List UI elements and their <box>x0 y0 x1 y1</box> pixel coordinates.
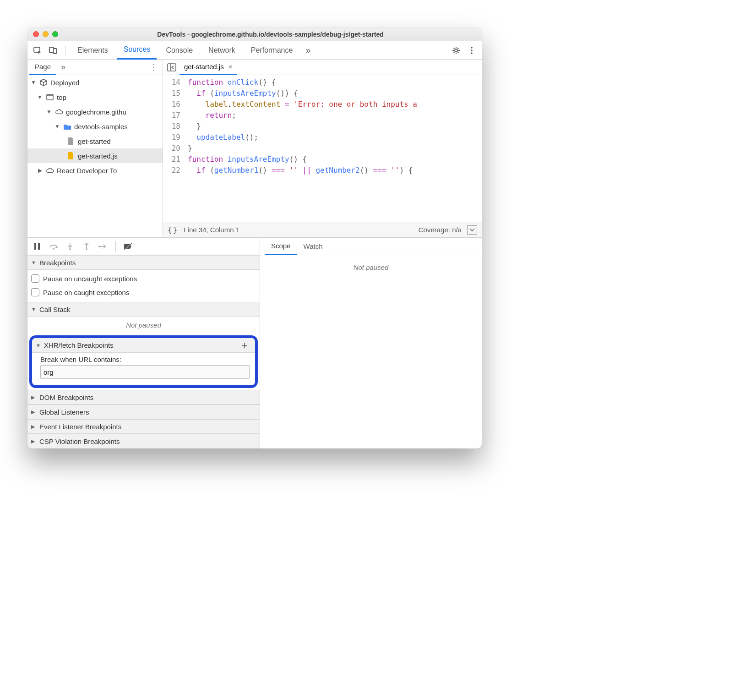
pretty-print-icon[interactable]: {} <box>168 225 178 234</box>
callstack-section[interactable]: ▼Call Stack <box>27 302 260 317</box>
main-tabbar: Elements Sources Console Network Perform… <box>27 41 482 60</box>
code-content: function onClick() { if (inputsAreEmpty(… <box>185 75 482 222</box>
pause-button[interactable] <box>31 241 43 252</box>
section-title: DOM Breakpoints <box>39 394 93 401</box>
tab-sources[interactable]: Sources <box>117 41 157 60</box>
inspect-icon[interactable] <box>31 44 44 57</box>
tree-item-deployed[interactable]: ▼ Deployed <box>27 75 163 90</box>
js-file-icon <box>67 152 75 160</box>
sources-body: Page » ⋮ ▼ Deployed ▼ top ▼ <box>27 60 482 237</box>
settings-gear-icon[interactable] <box>450 44 462 57</box>
svg-point-13 <box>53 248 54 250</box>
cloud-icon <box>55 108 63 116</box>
pause-uncaught-checkbox[interactable]: Pause on uncaught exceptions <box>31 272 256 285</box>
checkbox-label: Pause on uncaught exceptions <box>43 275 137 283</box>
callstack-body: Not paused <box>27 317 260 334</box>
svg-point-6 <box>471 52 473 54</box>
cursor-position: Line 34, Column 1 <box>184 226 239 234</box>
kebab-menu-icon[interactable] <box>465 44 478 57</box>
tab-performance[interactable]: Performance <box>245 41 299 60</box>
tab-watch[interactable]: Watch <box>297 238 329 255</box>
svg-point-3 <box>455 49 457 52</box>
device-toolbar-icon[interactable] <box>47 44 60 57</box>
debug-panel: ▼Breakpoints Pause on uncaught exception… <box>27 238 260 448</box>
step-button[interactable] <box>97 241 109 252</box>
tree-label: top <box>57 93 66 101</box>
separator <box>65 45 65 55</box>
xhr-breakpoints-highlight: ▼XHR/fetch Breakpoints ＋ Break when URL … <box>29 335 258 388</box>
xhr-breakpoints-body: Break when URL contains: <box>32 353 255 385</box>
step-out-button[interactable] <box>81 241 92 252</box>
deactivate-breakpoints-button[interactable] <box>122 241 134 252</box>
section-title: Breakpoints <box>39 259 76 267</box>
code-editor-panel: get-started.js × 14 15 16 17 18 19 20 21… <box>163 60 482 237</box>
window-icon <box>46 93 54 101</box>
file-tab-page[interactable]: Page <box>29 60 56 75</box>
tree-item-top[interactable]: ▼ top <box>27 90 163 104</box>
tab-console[interactable]: Console <box>159 41 199 60</box>
csp-violation-breakpoints-section[interactable]: ▶CSP Violation Breakpoints <box>27 434 260 448</box>
titlebar: DevTools - googlechrome.github.io/devtoo… <box>27 27 482 41</box>
file-tabs-overflow[interactable]: » <box>56 62 70 72</box>
pause-caught-checkbox[interactable]: Pause on caught exceptions <box>31 285 256 299</box>
tab-network[interactable]: Network <box>202 41 242 60</box>
tree-item-folder[interactable]: ▼ devtools-samples <box>27 119 163 134</box>
svg-point-5 <box>471 49 473 51</box>
scope-body: Not paused <box>260 255 482 279</box>
section-title: Call Stack <box>39 306 71 313</box>
svg-rect-11 <box>34 243 36 250</box>
line-gutter: 14 15 16 17 18 19 20 21 22 <box>163 75 185 222</box>
cube-icon <box>39 78 48 87</box>
xhr-input-label: Break when URL contains: <box>40 355 250 363</box>
editor-tab-label: get-started.js <box>184 63 224 71</box>
tree-label: Deployed <box>50 79 79 87</box>
tabs-overflow-button[interactable]: » <box>302 45 314 55</box>
svg-rect-2 <box>54 49 57 54</box>
step-into-button[interactable] <box>64 241 76 252</box>
toggle-navigator-icon[interactable] <box>166 61 178 73</box>
svg-point-4 <box>471 47 473 49</box>
tree-item-domain[interactable]: ▼ googlechrome.githu <box>27 104 163 119</box>
minimize-window-button[interactable] <box>43 31 49 37</box>
close-window-button[interactable] <box>33 31 39 37</box>
scope-panel: Scope Watch Not paused <box>260 238 482 448</box>
tree-item-react-devtools[interactable]: ▶ React Developer To <box>27 163 163 178</box>
tree-label: React Developer To <box>57 167 117 175</box>
global-listeners-section[interactable]: ▶Global Listeners <box>27 405 260 419</box>
file-panel-menu-icon[interactable]: ⋮ <box>145 62 163 72</box>
tree-item-file-html[interactable]: get-started <box>27 134 163 148</box>
breakpoints-section[interactable]: ▼Breakpoints <box>27 255 260 270</box>
dom-breakpoints-section[interactable]: ▶DOM Breakpoints <box>27 390 260 405</box>
devtools-window: DevTools - googlechrome.github.io/devtoo… <box>27 27 482 448</box>
section-title: CSP Violation Breakpoints <box>39 438 120 445</box>
editor-tabs: get-started.js × <box>163 60 482 75</box>
editor-tab[interactable]: get-started.js × <box>180 60 237 75</box>
code-area[interactable]: 14 15 16 17 18 19 20 21 22 function onCl… <box>163 75 482 222</box>
section-title: XHR/fetch Breakpoints <box>44 341 114 349</box>
checkbox-icon <box>31 274 39 283</box>
debugger-row: ▼Breakpoints Pause on uncaught exception… <box>27 237 482 448</box>
xhr-breakpoints-section[interactable]: ▼XHR/fetch Breakpoints ＋ <box>32 338 255 353</box>
xhr-url-input[interactable] <box>40 365 250 379</box>
svg-rect-12 <box>38 243 40 250</box>
editor-statusbar: {} Line 34, Column 1 Coverage: n/a <box>163 222 482 237</box>
checkbox-label: Pause on caught exceptions <box>43 289 129 296</box>
statusbar-dropdown-icon[interactable] <box>467 225 477 235</box>
close-tab-icon[interactable]: × <box>229 63 233 71</box>
tab-elements[interactable]: Elements <box>71 41 114 60</box>
scope-empty-msg: Not paused <box>354 263 389 271</box>
zoom-window-button[interactable] <box>52 31 58 37</box>
tree-label: googlechrome.githu <box>66 108 126 116</box>
step-over-button[interactable] <box>48 241 60 252</box>
event-listener-breakpoints-section[interactable]: ▶Event Listener Breakpoints <box>27 419 260 434</box>
tab-scope[interactable]: Scope <box>265 238 297 255</box>
tree-item-file-js[interactable]: get-started.js <box>27 148 163 163</box>
svg-rect-7 <box>47 94 53 100</box>
coverage-label: Coverage: n/a <box>419 226 462 234</box>
section-title: Event Listener Breakpoints <box>39 423 121 431</box>
document-icon <box>67 137 75 145</box>
add-xhr-breakpoint-button[interactable]: ＋ <box>238 339 251 352</box>
cloud-icon <box>46 166 54 175</box>
tree-label: get-started <box>78 137 111 145</box>
file-navigator-panel: Page » ⋮ ▼ Deployed ▼ top ▼ <box>27 60 163 237</box>
